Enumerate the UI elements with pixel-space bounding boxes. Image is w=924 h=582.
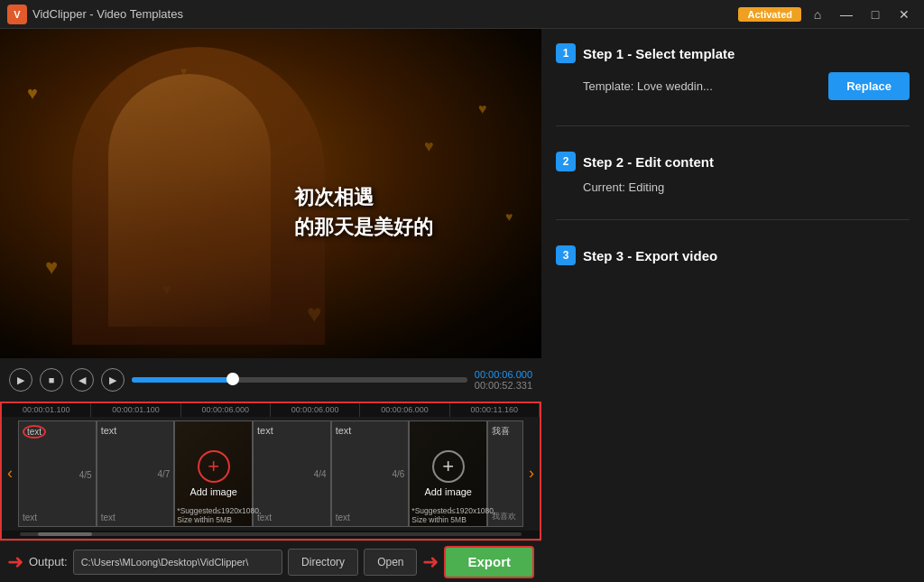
- progress-thumb: [226, 373, 239, 385]
- clip-text-4[interactable]: text 4/6 text: [331, 420, 410, 527]
- clip-bottom: text: [23, 513, 92, 522]
- chinese-text-overlay: 初次相遇 的那天是美好的: [294, 182, 433, 242]
- add-icon-circle-2: +: [432, 450, 465, 483]
- clip-label: 我喜: [492, 425, 510, 438]
- clips-container: text 4/5 text text 4/7 text: [18, 420, 523, 527]
- directory-button[interactable]: Directory: [288, 549, 358, 576]
- heart-decoration: ♥: [424, 137, 434, 156]
- output-path-text: C:\Users\MLoong\Desktop\VidClipper\: [81, 557, 249, 568]
- step3-title: Step 3 - Export video: [583, 248, 717, 263]
- ruler-mark: 00:00:01.100: [91, 403, 180, 417]
- chinese-line2: 的那天是美好的: [294, 212, 433, 242]
- timeline-clips: ‹ text 4/5 text: [2, 417, 540, 531]
- clip-label: text: [336, 425, 352, 436]
- app-title: VidClipper - Video Templates: [32, 7, 183, 21]
- replace-button[interactable]: Replace: [828, 72, 910, 100]
- scrollbar-track: [20, 532, 522, 536]
- timeline-prev-button[interactable]: ‹: [2, 420, 18, 527]
- couple-highlight: [108, 74, 271, 327]
- export-arrow-icon: ➜: [422, 550, 439, 574]
- prev-button[interactable]: ◀: [70, 368, 94, 392]
- timeline-ruler: 00:00:01.100 00:00:01.100 00:00:06.000 0…: [2, 403, 540, 417]
- home-button[interactable]: ⌂: [805, 5, 830, 24]
- clip-count: 4/4: [314, 469, 327, 479]
- minimize-button[interactable]: —: [834, 5, 859, 24]
- open-button[interactable]: Open: [364, 549, 417, 576]
- clip-top: text: [257, 425, 327, 436]
- clip-label: text: [101, 425, 117, 436]
- timeline-next-button[interactable]: ›: [523, 420, 540, 527]
- clip-label: text: [23, 425, 46, 439]
- titlebar-controls: Activated ⌂ — □ ✕: [738, 5, 917, 24]
- add-image-label-2: Add image: [424, 486, 472, 497]
- step1-content: Template: Love weddin... Replace: [556, 72, 910, 100]
- left-panel: ♥ ♥ ♥ ♥ ♥ ♥ ♥ ♥ 初次相遇 的那天是美好的 ▶ ■: [0, 29, 541, 582]
- step3-number: 3: [556, 245, 576, 265]
- clip-top: text: [336, 425, 405, 436]
- step1-header: 1 Step 1 - Select template: [556, 43, 910, 63]
- clip-top: text: [101, 425, 171, 436]
- clip-text-3[interactable]: text 4/4 text: [253, 420, 331, 527]
- clip-bottom: text: [257, 513, 327, 522]
- heart-decoration: ♥: [505, 209, 513, 224]
- heart-decoration: ♥: [27, 83, 38, 104]
- maximize-button[interactable]: □: [863, 5, 888, 24]
- play-button[interactable]: ▶: [9, 368, 32, 392]
- timeline-wrapper: 00:00:01.100 00:00:01.100 00:00:06.000 0…: [0, 402, 541, 540]
- clip-top: 我喜: [492, 425, 519, 438]
- app-container: ♥ ♥ ♥ ♥ ♥ ♥ ♥ ♥ 初次相遇 的那天是美好的 ▶ ■: [0, 29, 924, 582]
- progress-fill: [132, 377, 233, 383]
- scrollbar-thumb: [38, 532, 92, 536]
- heart-decoration: ♥: [45, 254, 58, 280]
- add-image-label: Add image: [189, 486, 237, 497]
- output-path-container: C:\Users\MLoong\Desktop\VidClipper\: [73, 550, 282, 575]
- step1-number: 1: [556, 43, 576, 63]
- step2-header: 2 Step 2 - Edit content: [556, 152, 910, 171]
- ruler-mark: 00:00:11.160: [450, 403, 540, 417]
- add-icon-circle: +: [198, 450, 230, 483]
- export-button[interactable]: Export: [444, 546, 534, 578]
- step3-section: 3 Step 3 - Export video: [556, 245, 910, 274]
- progress-bar[interactable]: [132, 377, 467, 383]
- clip-bottom: text: [336, 513, 405, 522]
- time-display: 00:00:06.000 00:00:52.331: [475, 369, 532, 391]
- current-time: 00:00:06.000: [475, 369, 532, 380]
- chinese-line1: 初次相遇: [294, 182, 433, 212]
- clip-top: text: [23, 425, 92, 439]
- clip-note: *Suggested≤1920x1080, Size within 5MB: [177, 506, 250, 524]
- output-arrow-icon: ➜: [7, 550, 23, 574]
- heart-decoration: ♥: [478, 101, 487, 117]
- clip-text-2[interactable]: text 4/7 text: [97, 420, 175, 527]
- step1-section: 1 Step 1 - Select template Template: Lov…: [556, 43, 910, 100]
- ruler-mark: 00:00:06.000: [360, 403, 449, 417]
- titlebar-left: V VidClipper - Video Templates: [7, 5, 183, 24]
- output-label: Output:: [29, 555, 68, 568]
- ruler-mark: 00:00:06.000: [271, 403, 360, 417]
- next-button[interactable]: ▶: [101, 368, 125, 392]
- timeline-scrollbar[interactable]: [2, 531, 540, 539]
- divider2: [556, 219, 910, 220]
- activated-badge: Activated: [738, 7, 801, 22]
- current-label: Current: Editing: [583, 180, 664, 194]
- clip-count: 4/6: [392, 469, 404, 479]
- output-bar: ➜ Output: C:\Users\MLoong\Desktop\VidCli…: [0, 540, 541, 582]
- clip-text-1[interactable]: text 4/5 text: [18, 420, 97, 527]
- clip-label: text: [257, 425, 273, 436]
- step2-number: 2: [556, 152, 576, 171]
- clip-count: 4/7: [157, 469, 170, 479]
- panels-row: ♥ ♥ ♥ ♥ ♥ ♥ ♥ ♥ 初次相遇 的那天是美好的 ▶ ■: [0, 29, 924, 582]
- ruler-mark: 00:00:01.100: [2, 403, 91, 417]
- step2-title: Step 2 - Edit content: [583, 154, 714, 170]
- clip-image-2[interactable]: + Add image *Suggested≤1920x1080, Size w…: [409, 420, 487, 527]
- step1-title: Step 1 - Select template: [583, 46, 735, 61]
- clip-count: 4/5: [79, 470, 92, 480]
- step2-section: 2 Step 2 - Edit content Current: Editing: [556, 152, 910, 194]
- stop-button[interactable]: ■: [40, 368, 63, 392]
- clip-image-1[interactable]: + Add image *Suggested≤1920x1080, Size w…: [174, 420, 253, 527]
- app-logo: V: [7, 5, 27, 24]
- step3-header: 3 Step 3 - Export video: [556, 245, 910, 265]
- clip-bottom: 我喜欢: [492, 511, 519, 522]
- close-button[interactable]: ✕: [892, 5, 917, 24]
- right-panel: 1 Step 1 - Select template Template: Lov…: [541, 29, 924, 582]
- divider1: [556, 125, 910, 126]
